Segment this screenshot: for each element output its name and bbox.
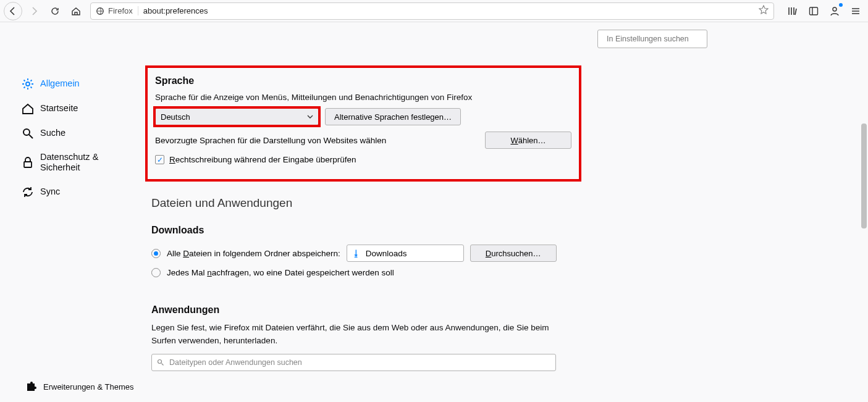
search-input[interactable] <box>607 35 704 43</box>
notification-dot <box>839 3 843 7</box>
sidebar-icon <box>809 6 819 16</box>
spellcheck-label: Rechtschreibung während der Eingabe über… <box>169 155 356 164</box>
language-description: Sprache für die Anzeige von Menüs, Mitte… <box>155 93 571 102</box>
files-section: Dateien und Anwendungen Downloads Alle D… <box>151 196 559 371</box>
preferences-page: Allgemein Startseite Suche Datenschutz &… <box>0 22 868 402</box>
sidebar-item-label: Datenschutz & Sicherheit <box>40 152 139 174</box>
sync-icon <box>22 186 34 198</box>
ask-radio[interactable] <box>151 268 161 277</box>
search-icon <box>157 359 164 366</box>
forward-button[interactable] <box>25 2 43 20</box>
svg-rect-1 <box>810 7 818 15</box>
library-button[interactable] <box>784 2 801 20</box>
svg-point-4 <box>26 82 30 86</box>
sidebar-item-privacy[interactable]: Datenschutz & Sicherheit <box>22 146 139 180</box>
sidebar-button[interactable] <box>805 2 822 20</box>
btn-label: Wählen… <box>510 136 546 145</box>
svg-point-10 <box>158 359 162 363</box>
filetype-search[interactable]: Dateitypen oder Anwendungen suchen <box>151 354 556 371</box>
library-icon <box>788 6 798 16</box>
save-all-radio[interactable] <box>151 249 161 258</box>
bookmark-star-icon[interactable] <box>759 5 769 17</box>
arrow-right-icon <box>29 6 39 16</box>
language-section-highlighted: Sprache Sprache für die Anzeige von Menü… <box>145 65 581 182</box>
browser-toolbar: Firefox about:preferences <box>0 0 868 22</box>
home-icon <box>71 6 81 16</box>
sidebar-item-label: Allgemein <box>40 78 80 89</box>
svg-point-3 <box>833 7 836 11</box>
lock-icon <box>22 156 34 169</box>
sidebar-item-addons[interactable]: Erweiterungen & Themes <box>25 375 139 400</box>
gear-icon <box>22 78 34 90</box>
applications-description: Legen Sie fest, wie Firefox mit Dateien … <box>151 322 559 348</box>
reload-icon <box>50 6 60 16</box>
language-selected: Deutsch <box>161 112 190 122</box>
identity-label: Firefox <box>108 6 133 15</box>
downloads-heading: Downloads <box>151 225 559 236</box>
applications-heading: Anwendungen <box>151 304 559 316</box>
sidebar-item-general[interactable]: Allgemein <box>22 72 139 96</box>
sidebar-item-label: Sync <box>40 186 60 197</box>
svg-line-11 <box>162 363 164 365</box>
firefox-icon <box>96 7 104 15</box>
back-button[interactable] <box>4 2 22 20</box>
hamburger-icon <box>851 6 861 16</box>
download-folder-name: Downloads <box>366 249 407 258</box>
svg-line-6 <box>29 135 33 138</box>
toolbar-right <box>779 2 864 20</box>
save-all-label: Alle Dateien in folgendem Ordner abspeic… <box>167 249 340 258</box>
arrow-left-icon <box>8 6 18 16</box>
account-button[interactable] <box>826 2 843 20</box>
home-button[interactable] <box>67 2 85 20</box>
reload-button[interactable] <box>46 2 64 20</box>
sidebar-item-label: Erweiterungen & Themes <box>43 382 133 392</box>
language-heading: Sprache <box>155 75 571 86</box>
sidebar: Allgemein Startseite Suche Datenschutz &… <box>0 22 139 402</box>
btn-label: Alternative Sprachen festlegen… <box>334 112 452 122</box>
scrollbar-thumb[interactable] <box>861 124 867 228</box>
url-text: about:preferences <box>143 6 754 15</box>
url-bar[interactable]: Firefox about:preferences <box>90 2 774 20</box>
files-section-title: Dateien und Anwendungen <box>151 196 559 210</box>
sidebar-item-label: Suche <box>40 128 65 138</box>
browse-button[interactable]: Durchsuchen… <box>470 245 557 262</box>
search-icon <box>22 127 34 140</box>
download-folder-field[interactable]: ⭳ Downloads <box>347 245 464 262</box>
filetype-search-placeholder: Dateitypen oder Anwendungen suchen <box>169 358 302 367</box>
btn-label: Durchsuchen… <box>486 249 541 258</box>
download-arrow-icon: ⭳ <box>352 249 361 258</box>
sidebar-item-sync[interactable]: Sync <box>22 180 139 204</box>
sidebar-item-home[interactable]: Startseite <box>22 96 139 121</box>
url-identity: Firefox <box>96 6 138 15</box>
ask-label: Jedes Mal nachfragen, wo eine Datei gesp… <box>167 268 394 277</box>
menu-button[interactable] <box>847 2 864 20</box>
chevron-down-icon <box>307 114 313 120</box>
set-alternative-languages-button[interactable]: Alternative Sprachen festlegen… <box>325 108 461 125</box>
svg-rect-7 <box>24 162 32 167</box>
preferred-sites-label: Bevorzugte Sprachen für die Darstellung … <box>155 136 386 145</box>
puzzle-icon <box>25 381 37 393</box>
sidebar-item-search[interactable]: Suche <box>22 121 139 146</box>
preferences-search[interactable] <box>597 30 707 48</box>
home-icon <box>22 103 34 115</box>
language-select[interactable]: Deutsch <box>155 108 319 125</box>
spellcheck-checkbox[interactable]: ✓ <box>155 155 164 164</box>
account-icon <box>830 6 840 16</box>
choose-languages-button[interactable]: Wählen… <box>485 132 571 149</box>
main-content: Sprache Sprache für die Anzeige von Menü… <box>139 22 868 402</box>
svg-point-5 <box>23 129 30 135</box>
sidebar-item-label: Startseite <box>40 103 78 114</box>
